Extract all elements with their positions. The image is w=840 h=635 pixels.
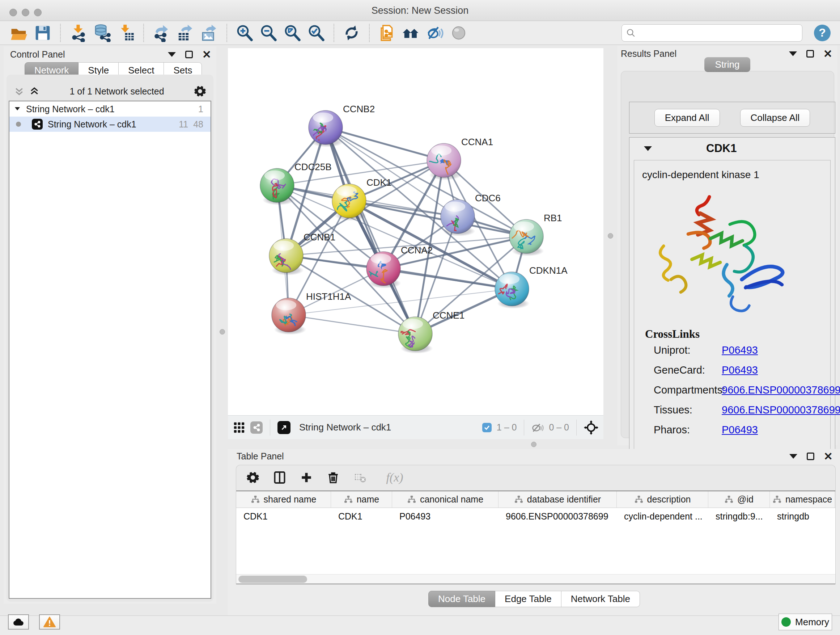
cloud-button[interactable] (8, 614, 29, 630)
node-CCNA1[interactable]: CCNA1 (417, 136, 493, 180)
network-row[interactable]: String Network – cdk1 11 48 (9, 117, 210, 132)
import-network-file-icon[interactable] (69, 24, 88, 42)
edge-layer (277, 127, 526, 334)
float-panel-icon[interactable] (185, 51, 193, 58)
collapse-all-button[interactable]: Collapse All (740, 109, 810, 127)
search-input[interactable] (638, 27, 798, 38)
column-header-namespace[interactable]: namespace (770, 491, 835, 508)
column-header-description[interactable]: description (617, 491, 708, 508)
network-canvas[interactable]: CCNB2CCNA1CDC25BCDK1CDC6RB1CCNB1CCNA2CDK… (228, 48, 603, 415)
edge-CCNB2-CCNA1[interactable] (325, 127, 444, 160)
node-HIST1H1A[interactable]: HIST1H1A (272, 291, 351, 335)
column-header-canonical-name[interactable]: canonical name (392, 491, 499, 508)
crosslink-row: Uniprot:P06493 (654, 344, 823, 356)
table-row[interactable]: CDK1CDK1P064939606.ENSP00000378699cyclin… (236, 508, 835, 524)
crosslink-value[interactable]: P06493 (722, 344, 758, 356)
clone-network-icon[interactable] (378, 24, 396, 42)
node-table[interactable]: shared namenamecanonical namedatabase id… (236, 491, 835, 584)
selected-checkbox-icon[interactable] (482, 423, 492, 432)
close-panel-icon[interactable]: ✕ (823, 50, 832, 57)
tab-network-table[interactable]: Network Table (561, 591, 640, 607)
close-panel-icon[interactable]: ✕ (824, 453, 833, 460)
tree-expand-icon[interactable] (14, 105, 21, 112)
network-collection-row[interactable]: String Network – cdk1 1 (9, 101, 210, 117)
refresh-layout-icon[interactable] (342, 24, 361, 42)
crosslink-value[interactable]: 9606.ENSP00000378699 (722, 384, 840, 396)
float-panel-icon[interactable] (806, 50, 814, 57)
edge-HIST1H1A-CCNE1[interactable] (289, 315, 415, 334)
import-network-database-icon[interactable] (93, 24, 111, 42)
function-builder-icon[interactable]: f(x) (379, 470, 410, 485)
node-CCNB2[interactable]: CCNB2 (309, 103, 375, 147)
panel-menu-icon[interactable] (168, 52, 176, 57)
crosslink-value[interactable]: P06493 (722, 364, 758, 376)
expand-all-button[interactable]: Expand All (654, 109, 720, 127)
home-pages-icon[interactable] (401, 24, 420, 42)
table-cell[interactable]: stringdb:9... (708, 508, 770, 524)
node-CDC6[interactable]: CDC6 (437, 193, 501, 237)
panel-menu-icon[interactable] (789, 454, 797, 459)
tab-edge-table[interactable]: Edge Table (495, 591, 561, 607)
panel-menu-icon[interactable] (789, 51, 797, 56)
network-view-icon[interactable] (250, 421, 263, 434)
gear-icon[interactable] (194, 85, 206, 97)
crosslink-value[interactable]: P06493 (722, 424, 758, 436)
export-image-icon[interactable] (200, 24, 218, 42)
tab-node-table[interactable]: Node Table (428, 591, 495, 607)
zoom-selected-icon[interactable] (307, 24, 325, 42)
network-graph[interactable]: CCNB2CCNA1CDC25BCDK1CDC6RB1CCNB1CCNA2CDK… (228, 48, 603, 415)
table-cell[interactable]: CDK1 (236, 508, 331, 524)
column-header-name[interactable]: name (331, 491, 392, 508)
tab-string[interactable]: String (704, 57, 751, 72)
detach-view-icon[interactable] (278, 421, 291, 434)
zoom-fit-icon[interactable] (283, 24, 302, 42)
node-CDK1[interactable]: CDK1 (332, 177, 392, 221)
table-cell[interactable]: cyclin-dependent ... (617, 508, 708, 524)
table-cell[interactable]: CDK1 (331, 508, 392, 524)
close-panel-icon[interactable]: ✕ (202, 51, 211, 58)
help-icon[interactable]: ? (814, 25, 831, 41)
node-CDC25B[interactable]: CDC25B (260, 162, 332, 205)
birdseye-nav-icon[interactable] (584, 420, 598, 435)
select-columns-icon[interactable] (272, 470, 287, 485)
node-RB1[interactable]: RB1 (509, 212, 562, 256)
column-header-database-identifier[interactable]: database identifier (499, 491, 617, 508)
memory-button[interactable]: Memory (778, 614, 832, 630)
zoom-out-icon[interactable] (259, 24, 278, 42)
node-CCNB1[interactable]: CCNB1 (269, 232, 335, 276)
add-column-icon[interactable] (299, 470, 314, 485)
scrollbar-thumb[interactable] (238, 576, 307, 583)
export-network-icon[interactable] (152, 24, 171, 42)
import-table-file-icon[interactable] (117, 24, 135, 42)
birdseye-disabled-icon[interactable] (449, 24, 468, 42)
delete-column-icon[interactable] (326, 470, 340, 485)
protein-details: cyclin-dependent kinase 1 (634, 160, 831, 458)
float-panel-icon[interactable] (807, 453, 814, 460)
bottom-splitter-handle[interactable] (531, 442, 537, 447)
toggle-visibility-icon[interactable] (425, 24, 444, 42)
crosslink-value[interactable]: 9606.ENSP00000378699 (722, 404, 840, 416)
node-CDKN1A[interactable]: CDKN1A (495, 265, 568, 309)
collapse-all-icon[interactable] (14, 86, 25, 97)
expand-all-icon[interactable] (29, 86, 40, 97)
zoom-in-icon[interactable] (235, 24, 254, 42)
grid-view-icon[interactable] (233, 421, 245, 434)
horizontal-scrollbar[interactable] (236, 574, 835, 584)
table-cell[interactable]: P06493 (392, 508, 499, 524)
table-cell[interactable]: stringdb (770, 508, 835, 524)
open-session-icon[interactable] (9, 24, 28, 42)
search-field[interactable] (622, 24, 802, 42)
collection-label: String Network – cdk1 (26, 104, 193, 114)
delete-table-icon[interactable] (353, 470, 367, 485)
column-label: @id (737, 494, 753, 505)
warning-button[interactable] (39, 614, 60, 630)
column-header-shared-name[interactable]: shared name (236, 491, 331, 508)
table-gear-icon[interactable] (246, 470, 260, 485)
table-cell[interactable]: 9606.ENSP00000378699 (499, 508, 617, 524)
export-table-icon[interactable] (176, 24, 195, 42)
right-splitter-handle[interactable] (608, 233, 613, 239)
collapse-protein-icon[interactable] (644, 146, 652, 151)
left-splitter-handle[interactable] (219, 329, 225, 334)
column-header-@id[interactable]: @id (708, 491, 770, 508)
save-session-icon[interactable] (33, 24, 52, 42)
